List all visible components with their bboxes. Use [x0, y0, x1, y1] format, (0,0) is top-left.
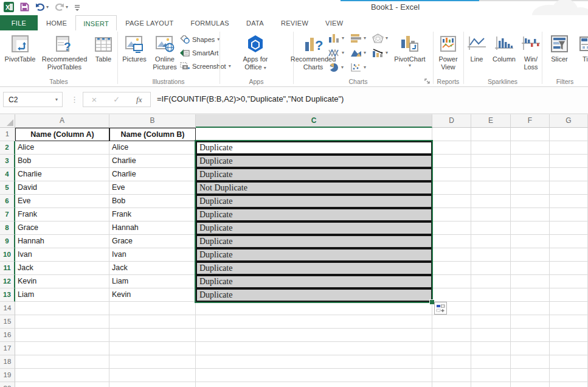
- apps-for-office-button[interactable]: Apps for Office ▾: [236, 32, 275, 71]
- row-header-1[interactable]: 1: [0, 128, 15, 141]
- cell-G4[interactable]: [550, 168, 588, 181]
- cell-G11[interactable]: [550, 262, 588, 275]
- cell-G7[interactable]: [550, 208, 588, 221]
- cell-B14[interactable]: [109, 302, 196, 315]
- cell-E1[interactable]: [471, 128, 511, 141]
- cell-B10[interactable]: Ivan: [109, 248, 196, 262]
- cell-C15[interactable]: [196, 315, 432, 329]
- cell-E10[interactable]: [471, 248, 511, 262]
- cell-C1[interactable]: [196, 128, 432, 141]
- cell-G6[interactable]: [550, 195, 588, 208]
- table-button[interactable]: Table: [91, 32, 116, 63]
- cell-G9[interactable]: [550, 235, 588, 248]
- cell-C4[interactable]: Duplicate: [196, 168, 432, 181]
- cell-D7[interactable]: [432, 208, 471, 221]
- tab-page-layout[interactable]: PAGE LAYOUT: [117, 15, 182, 30]
- cell-C10[interactable]: Duplicate: [196, 248, 432, 262]
- cell-G13[interactable]: [550, 288, 588, 302]
- cell-F1[interactable]: [511, 128, 550, 141]
- cell-E14[interactable]: [471, 302, 511, 315]
- cell-C5[interactable]: Not Duplicate: [196, 181, 432, 195]
- cell-A4[interactable]: Charlie: [15, 168, 109, 181]
- cell-B18[interactable]: [109, 355, 196, 369]
- row-header-3[interactable]: 3: [0, 155, 15, 168]
- cell-F7[interactable]: [511, 208, 550, 221]
- stock-chart-dropdown-icon[interactable]: ▾: [342, 51, 344, 55]
- smartart-button[interactable]: SmartArt: [180, 47, 218, 58]
- cell-A5[interactable]: David: [15, 181, 109, 195]
- tab-review[interactable]: REVIEW: [272, 15, 317, 30]
- row-header-13[interactable]: 13: [0, 288, 15, 302]
- pictures-button[interactable]: Pictures: [120, 32, 148, 63]
- cell-A19[interactable]: [15, 369, 109, 382]
- charts-dialog-launcher-icon[interactable]: [424, 78, 431, 85]
- cell-D8[interactable]: [432, 221, 471, 235]
- cell-C11[interactable]: Duplicate: [196, 262, 432, 275]
- timeline-button-partial[interactable]: Tim: [574, 32, 588, 63]
- cell-G12[interactable]: [550, 275, 588, 288]
- cell-D6[interactable]: [432, 195, 471, 208]
- cell-C3[interactable]: Duplicate: [196, 155, 432, 168]
- cell-C8[interactable]: Duplicate: [196, 221, 432, 235]
- cell-E2[interactable]: [471, 141, 511, 155]
- formula-input[interactable]: =IF(COUNTIF(B:B,A2)>0,"Duplicate","Not D…: [157, 94, 344, 103]
- row-header-9[interactable]: 9: [0, 235, 15, 248]
- cell-E3[interactable]: [471, 155, 511, 168]
- insert-function-icon[interactable]: fx: [136, 95, 142, 105]
- cell-D12[interactable]: [432, 275, 471, 288]
- cell-G2[interactable]: [550, 141, 588, 155]
- undo-dropdown-icon[interactable]: ▾: [46, 5, 49, 10]
- row-header-12[interactable]: 12: [0, 275, 15, 288]
- area-chart-dropdown-icon[interactable]: ▾: [364, 51, 366, 55]
- screenshot-dropdown-icon[interactable]: ▾: [229, 64, 231, 69]
- column-header-C[interactable]: C: [196, 114, 432, 128]
- cell-A2[interactable]: Alice: [15, 141, 109, 155]
- power-view-button[interactable]: Power View: [434, 32, 462, 71]
- cell-A11[interactable]: Jack: [15, 262, 109, 275]
- recommended-pivottables-button[interactable]: ? Recommended PivotTables: [38, 32, 91, 71]
- column-header-B[interactable]: B: [109, 114, 196, 128]
- customize-qat-button[interactable]: [74, 4, 80, 11]
- cell-F9[interactable]: [511, 235, 550, 248]
- row-header-19[interactable]: 19: [0, 369, 15, 382]
- insert-column-chart-button[interactable]: ▾: [328, 33, 344, 43]
- cell-D19[interactable]: [432, 369, 471, 382]
- tab-insert[interactable]: INSERT: [75, 15, 117, 31]
- cell-F15[interactable]: [511, 315, 550, 329]
- save-button[interactable]: [20, 2, 29, 12]
- cell-B4[interactable]: Charlie: [109, 168, 196, 181]
- column-header-G[interactable]: G: [550, 114, 588, 128]
- row-header-15[interactable]: 15: [0, 315, 15, 329]
- cell-G16[interactable]: [550, 329, 588, 342]
- cell-E19[interactable]: [471, 369, 511, 382]
- cell-B6[interactable]: Bob: [109, 195, 196, 208]
- cell-B5[interactable]: Eve: [109, 181, 196, 195]
- insert-bar-chart-button[interactable]: ▾: [350, 33, 366, 43]
- cell-D1[interactable]: [432, 128, 471, 141]
- cell-G3[interactable]: [550, 155, 588, 168]
- insert-radar-chart-button[interactable]: ▾: [372, 33, 388, 43]
- cell-D4[interactable]: [432, 168, 471, 181]
- cell-F17[interactable]: [511, 342, 550, 355]
- cell-C9[interactable]: Duplicate: [196, 235, 432, 248]
- cell-F16[interactable]: [511, 329, 550, 342]
- insert-combo-chart-button[interactable]: ▾: [372, 48, 388, 57]
- cell-F3[interactable]: [511, 155, 550, 168]
- cell-A18[interactable]: [15, 355, 109, 369]
- enter-icon[interactable]: ✓: [113, 95, 120, 104]
- cell-A16[interactable]: [15, 329, 109, 342]
- cell-B2[interactable]: Alice: [109, 141, 196, 155]
- cell-A10[interactable]: Ivan: [15, 248, 109, 262]
- cell-C18[interactable]: [196, 355, 432, 369]
- recommended-charts-button[interactable]: ? Recommended Charts: [294, 32, 332, 71]
- cell-G18[interactable]: [550, 355, 588, 369]
- undo-button[interactable]: ▾: [35, 3, 49, 12]
- cell-E13[interactable]: [471, 288, 511, 302]
- cell-C19[interactable]: [196, 369, 432, 382]
- cell-B16[interactable]: [109, 329, 196, 342]
- row-header-16[interactable]: 16: [0, 329, 15, 342]
- radar-chart-dropdown-icon[interactable]: ▾: [386, 36, 388, 41]
- tab-home[interactable]: HOME: [38, 15, 75, 30]
- cell-F19[interactable]: [511, 369, 550, 382]
- cell-A20[interactable]: [15, 382, 109, 387]
